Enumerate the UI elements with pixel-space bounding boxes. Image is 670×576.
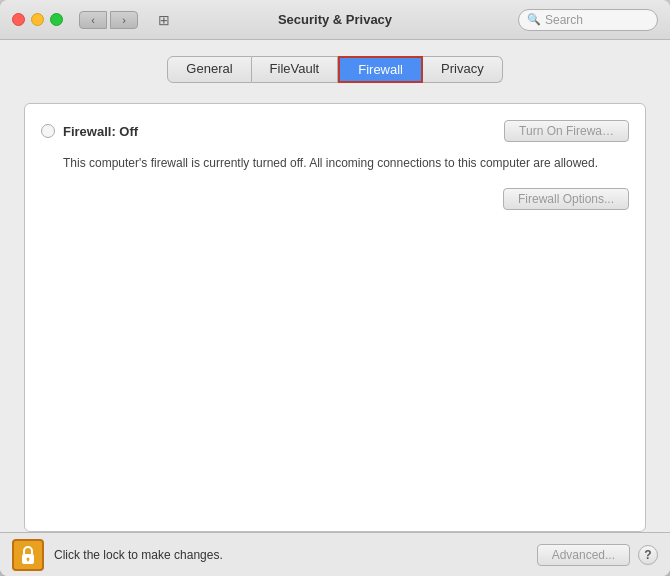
window-title: Security & Privacy	[278, 12, 392, 27]
minimize-button[interactable]	[31, 13, 44, 26]
close-button[interactable]	[12, 13, 25, 26]
search-box[interactable]: 🔍 Search	[518, 9, 658, 31]
back-button[interactable]: ‹	[79, 11, 107, 29]
system-preferences-window: ‹ › ⊞ Security & Privacy 🔍 Search Genera…	[0, 0, 670, 576]
firewall-status-label: Firewall: Off	[63, 124, 138, 139]
tab-general[interactable]: General	[167, 56, 251, 83]
svg-rect-2	[27, 559, 29, 562]
firewall-section: Firewall: Off Turn On Firewa… This compu…	[24, 103, 646, 532]
search-input[interactable]: Search	[545, 13, 583, 27]
help-button[interactable]: ?	[638, 545, 658, 565]
spacer	[41, 210, 629, 515]
firewall-options-button[interactable]: Firewall Options...	[503, 188, 629, 210]
main-content: General FileVault Firewall Privacy Firew…	[0, 40, 670, 532]
advanced-button[interactable]: Advanced...	[537, 544, 630, 566]
bottom-bar: Click the lock to make changes. Advanced…	[0, 532, 670, 576]
forward-button[interactable]: ›	[110, 11, 138, 29]
firewall-radio[interactable]	[41, 124, 55, 138]
bottom-right-controls: Advanced... ?	[537, 544, 658, 566]
lock-button[interactable]	[12, 539, 44, 571]
tab-filevault[interactable]: FileVault	[252, 56, 339, 83]
firewall-status-row: Firewall: Off Turn On Firewa…	[41, 120, 629, 142]
lock-icon	[19, 545, 37, 565]
firewall-description: This computer's firewall is currently tu…	[63, 154, 629, 172]
turn-on-firewall-button[interactable]: Turn On Firewa…	[504, 120, 629, 142]
grid-button[interactable]: ⊞	[150, 11, 178, 29]
maximize-button[interactable]	[50, 13, 63, 26]
tab-privacy[interactable]: Privacy	[423, 56, 503, 83]
traffic-lights	[12, 13, 63, 26]
search-icon: 🔍	[527, 13, 541, 26]
firewall-options-row: Firewall Options...	[41, 188, 629, 210]
firewall-status-left: Firewall: Off	[41, 124, 138, 139]
titlebar: ‹ › ⊞ Security & Privacy 🔍 Search	[0, 0, 670, 40]
nav-buttons: ‹ ›	[79, 11, 138, 29]
tab-firewall[interactable]: Firewall	[338, 56, 423, 83]
lock-text: Click the lock to make changes.	[54, 548, 223, 562]
tab-bar: General FileVault Firewall Privacy	[24, 56, 646, 83]
